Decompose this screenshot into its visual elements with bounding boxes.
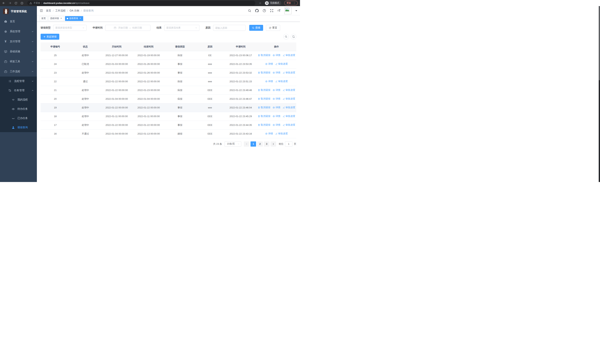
detail-link[interactable]: 详情: [265, 132, 273, 135]
detail-link[interactable]: 详情: [272, 114, 280, 118]
tab-home[interactable]: 首页: [40, 16, 47, 21]
reason-label: 原因: [206, 26, 210, 29]
table-cell-type: 事假: [165, 60, 195, 68]
cancel-leave-link[interactable]: 取消请假: [258, 88, 270, 92]
browser-menu-icon[interactable]: ⋮: [293, 2, 296, 4]
detail-link[interactable]: 详情: [272, 106, 280, 109]
close-icon[interactable]: ×: [79, 17, 82, 20]
page-button-3[interactable]: 3: [264, 141, 269, 147]
detail-link[interactable]: 详情: [272, 54, 280, 57]
table-cell-start: 2022-01-04 00:00:00: [101, 94, 133, 103]
table-cell-status: 处理中: [70, 112, 101, 121]
sidebar-item-workflow[interactable]: 工作流程: [0, 66, 37, 76]
avatar-caret-icon[interactable]: [295, 10, 297, 11]
sidebar-item-label: 请假查询: [18, 126, 28, 129]
breadcrumb-item[interactable]: OA 示例: [70, 9, 79, 12]
progress-link[interactable]: 审批进度: [282, 123, 295, 127]
toolbox-icon: [4, 60, 7, 63]
next-page-button[interactable]: [271, 141, 276, 147]
progress-link[interactable]: 审批进度: [282, 88, 295, 92]
sidebar-item-devtools[interactable]: 研发工具: [0, 56, 37, 66]
cancel-leave-link[interactable]: 取消请假: [258, 114, 270, 118]
apply-time-range-picker[interactable]: 开始日期 - 结束日期: [105, 25, 150, 31]
table-cell-applied: 2022-01-22 23:46:47: [225, 94, 257, 103]
font-size-icon[interactable]: TT: [277, 9, 281, 12]
table-cell-applied: 2022-01-22 23:51:15: [225, 77, 257, 86]
detail-link[interactable]: 详情: [272, 97, 280, 101]
chevron-down-icon: [31, 30, 34, 33]
fullscreen-icon[interactable]: [270, 9, 273, 12]
progress-link[interactable]: 审批进度: [282, 97, 295, 101]
sidebar-item-infrastructure[interactable]: 基础设施: [0, 47, 37, 56]
search-button[interactable]: 搜索: [249, 25, 263, 31]
sidebar-item-payment[interactable]: ¥ 支付管理: [0, 37, 37, 47]
search-icon[interactable]: [248, 9, 251, 12]
address-bar[interactable]: 不安全 dashboard.yudao.iocoder.cn/bpm/oa/le…: [27, 1, 255, 5]
sidebar-item-home[interactable]: 首页: [0, 17, 37, 27]
reload-icon[interactable]: [14, 2, 18, 5]
detail-link[interactable]: 详情: [272, 88, 280, 92]
table-row: 19处理中2022-01-22 00:00:002022-01-22 00:00…: [41, 103, 296, 112]
table-cell-end: 2022-01-04 00:00:00: [133, 94, 165, 103]
cancel-leave-link[interactable]: 取消请假: [258, 123, 270, 127]
goto-page-input[interactable]: [285, 141, 292, 147]
sidebar-item-leave-query[interactable]: 请假查询: [0, 123, 37, 132]
table-cell-actions: 取消请假详情审批进度: [257, 121, 296, 129]
detail-link[interactable]: 详情: [272, 123, 280, 127]
home-icon[interactable]: [20, 1, 24, 5]
prev-page-button[interactable]: [244, 141, 249, 147]
app-logo-row: 芋道管理系统: [0, 6, 37, 17]
forward-icon[interactable]: [8, 1, 11, 5]
breadcrumb-item[interactable]: 工作流程: [55, 9, 66, 12]
progress-link[interactable]: 审批进度: [282, 71, 295, 74]
progress-link[interactable]: 审批进度: [282, 106, 295, 109]
progress-link[interactable]: 审批进度: [282, 114, 295, 118]
sidebar-item-done-tasks[interactable]: 已办任务: [0, 114, 37, 123]
browser-update-button[interactable]: 更新 ⋮: [284, 1, 298, 5]
sidebar-collapse-icon[interactable]: [40, 9, 43, 12]
refresh-table-button[interactable]: [291, 34, 296, 39]
cancel-leave-link[interactable]: 取消请假: [258, 106, 270, 109]
breadcrumb-item[interactable]: 首页: [46, 9, 51, 12]
tab-process-detail[interactable]: 流程详情 ×: [48, 16, 64, 21]
progress-link[interactable]: 审批进度: [275, 62, 288, 65]
cancel-leave-link[interactable]: 取消请假: [258, 97, 270, 101]
sidebar-item-todo-tasks[interactable]: 待办任务: [0, 104, 37, 114]
help-icon[interactable]: [262, 9, 266, 12]
table-cell-reason: EEE: [195, 112, 225, 121]
detail-link[interactable]: 详情: [265, 62, 273, 65]
show-search-button[interactable]: [283, 34, 289, 39]
result-select[interactable]: 请选择流结果: [164, 25, 199, 31]
progress-link[interactable]: 审批进度: [282, 54, 295, 57]
sidebar-item-process-mgmt[interactable]: 流程管理: [0, 76, 37, 86]
sidebar-item-my-process[interactable]: 我的流程: [0, 95, 37, 104]
cancel-leave-link[interactable]: 取消请假: [258, 71, 270, 74]
progress-link[interactable]: 审批进度: [275, 132, 288, 135]
create-leave-button[interactable]: 发起请假: [41, 34, 59, 40]
reason-input[interactable]: [213, 25, 245, 31]
detail-link[interactable]: 详情: [272, 71, 280, 74]
table-cell-type: 病假: [165, 86, 195, 94]
table-cell-id: 25: [41, 51, 70, 60]
sidebar-item-system[interactable]: 系统管理: [0, 27, 37, 37]
tab-leave-query[interactable]: 请假查询 ×: [65, 16, 83, 21]
back-icon[interactable]: [2, 1, 5, 5]
close-icon[interactable]: ×: [60, 17, 62, 20]
table-cell-reason: eee: [195, 103, 225, 112]
progress-link[interactable]: 审批进度: [275, 80, 288, 83]
cancel-leave-link[interactable]: 取消请假: [258, 54, 270, 57]
github-icon[interactable]: [255, 9, 259, 12]
table-cell-type: 病假: [165, 94, 195, 103]
table-toolbar: 发起请假: [41, 34, 296, 40]
detail-link[interactable]: 详情: [265, 80, 273, 83]
table-cell-id: 19: [41, 103, 70, 112]
page-size-select[interactable]: 10条/页: [225, 141, 241, 147]
sidebar-item-task-mgmt[interactable]: 任务管理: [0, 86, 37, 95]
avatar[interactable]: [284, 7, 291, 14]
breadcrumb-separator: /: [67, 9, 68, 12]
page-button-2[interactable]: 2: [257, 141, 263, 147]
leave-type-select[interactable]: 请选择请假类型: [53, 25, 86, 31]
page-button-1[interactable]: 1: [251, 141, 256, 147]
bookmark-star-icon[interactable]: ☆: [259, 1, 262, 5]
reset-button[interactable]: 重置: [266, 25, 280, 31]
